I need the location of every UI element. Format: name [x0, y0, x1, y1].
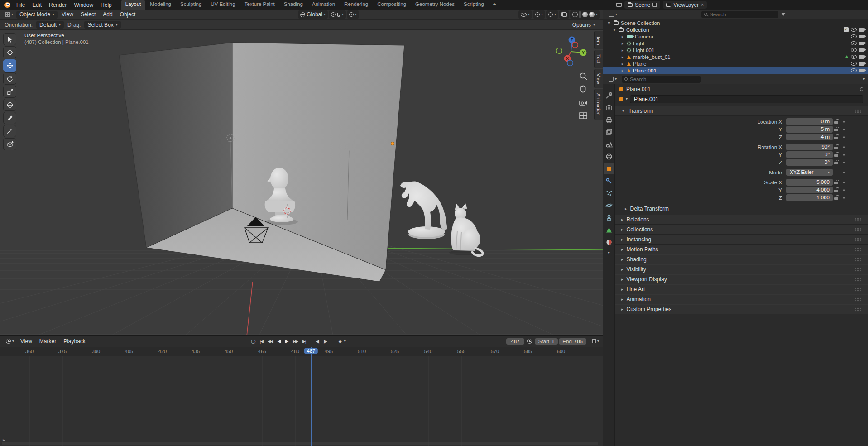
- scene-selector[interactable]: Scene: [624, 1, 660, 9]
- camera-restrict-icon[interactable]: [859, 62, 864, 66]
- menu-help[interactable]: Help: [97, 1, 115, 9]
- gizmo-x-neg-axis[interactable]: [572, 42, 578, 48]
- chevron-down-icon[interactable]: ▾: [608, 251, 609, 255]
- section-shading[interactable]: ▸ Shading: [615, 254, 868, 264]
- tab-object-properties[interactable]: [604, 163, 614, 174]
- tab-physics-properties[interactable]: [604, 200, 614, 211]
- panel-grip-icon[interactable]: [854, 238, 862, 242]
- panel-grip-icon[interactable]: [854, 307, 862, 312]
- menu-edit[interactable]: Edit: [29, 1, 45, 9]
- add-cube-tool[interactable]: [3, 138, 16, 150]
- viewport-menu-view[interactable]: View: [58, 10, 77, 19]
- room-box-object[interactable]: [119, 43, 404, 282]
- tab-view[interactable]: View: [594, 69, 603, 89]
- scale-z-field[interactable]: 1.000: [786, 194, 833, 201]
- solid-shading-button[interactable]: [579, 11, 581, 18]
- use-preview-range-icon[interactable]: [527, 339, 532, 344]
- rotation-x-field[interactable]: 90°: [786, 144, 833, 150]
- viewport-menu-object[interactable]: Object: [117, 10, 139, 19]
- tab-scene-properties[interactable]: [604, 139, 614, 150]
- tab-tool[interactable]: Tool: [594, 50, 603, 68]
- section-animation[interactable]: ▸ Animation: [615, 294, 868, 304]
- section-visibility[interactable]: ▸ Visibility: [615, 264, 868, 274]
- measure-tool[interactable]: [3, 125, 16, 137]
- eye-icon[interactable]: [851, 28, 857, 32]
- panel-grip-icon[interactable]: [854, 218, 862, 222]
- play-reverse-button[interactable]: ◀: [276, 338, 283, 345]
- next-frame-button[interactable]: |▶: [322, 338, 329, 345]
- panel-grip-icon[interactable]: [854, 268, 862, 272]
- snap-controls[interactable]: ▾: [329, 10, 346, 19]
- lock-icon[interactable]: [834, 145, 839, 149]
- camera-restrict-icon[interactable]: [859, 42, 864, 45]
- object-name-field[interactable]: Plane.001: [630, 95, 863, 103]
- timeline-menu-playback[interactable]: Playback: [60, 337, 89, 345]
- frame-start-field[interactable]: Start 1: [535, 338, 558, 345]
- timeline-menu-view[interactable]: View: [17, 337, 35, 345]
- lock-icon[interactable]: [834, 153, 839, 157]
- section-motion-paths[interactable]: ▸ Motion Paths: [615, 245, 868, 254]
- outliner-row-plane-001[interactable]: ▸ Plane.001: [603, 67, 868, 74]
- tab-constraint-properties[interactable]: [604, 212, 614, 223]
- eye-icon[interactable]: [851, 41, 857, 45]
- rotation-z-field[interactable]: 0°: [786, 159, 833, 166]
- panel-grip-icon[interactable]: [854, 109, 862, 113]
- orientation-dropdown[interactable]: Default ▾: [36, 21, 64, 29]
- cat-statue[interactable]: [449, 203, 483, 256]
- section-relations[interactable]: ▸ Relations: [615, 215, 868, 225]
- expand-icon[interactable]: ▸: [620, 62, 625, 66]
- tab-tool-properties[interactable]: [604, 90, 614, 101]
- eye-icon[interactable]: [851, 34, 857, 38]
- location-y-field[interactable]: 5 m: [786, 126, 833, 133]
- rendered-shading-button[interactable]: [589, 12, 595, 17]
- workspace-tab-shading[interactable]: Shading: [279, 0, 307, 10]
- workspace-tab-layout[interactable]: Layout: [121, 0, 146, 10]
- animate-dot-icon[interactable]: [843, 136, 845, 138]
- lock-icon[interactable]: [834, 196, 839, 200]
- outliner-row-scene-collection[interactable]: ▼ Scene Collection: [603, 19, 868, 26]
- timeline-editor-selector[interactable]: ▾: [4, 339, 16, 344]
- camera-restrict-icon[interactable]: [859, 28, 864, 32]
- object-origin-dot[interactable]: [391, 142, 394, 145]
- chevron-down-icon[interactable]: ▾: [626, 97, 628, 101]
- animate-dot-icon[interactable]: [843, 146, 845, 148]
- eye-icon[interactable]: [851, 68, 857, 72]
- lock-icon[interactable]: [834, 188, 839, 192]
- properties-editor-selector[interactable]: ▾: [606, 77, 619, 82]
- animate-dot-icon[interactable]: [843, 121, 845, 123]
- pan-hand-icon[interactable]: [578, 85, 588, 95]
- rotate-tool[interactable]: [3, 72, 16, 85]
- expand-icon[interactable]: ▼: [612, 28, 617, 32]
- workspace-tab-geometry-nodes[interactable]: Geometry Nodes: [411, 0, 459, 10]
- transform-panel-header[interactable]: ▼ Transform: [615, 106, 868, 116]
- lock-icon[interactable]: [834, 180, 839, 184]
- section-line-art[interactable]: ▸ Line Art: [615, 284, 868, 294]
- viewport-menu-add[interactable]: Add: [100, 10, 115, 19]
- menu-file[interactable]: File: [13, 1, 29, 9]
- outliner-row-collection[interactable]: ▼ Collection ✓: [603, 26, 868, 33]
- timeline-ruler[interactable]: 360 375 390 405 420 435 450 465 480 495 …: [0, 347, 603, 356]
- outliner-search-input[interactable]: [710, 12, 776, 17]
- delta-transform-subpanel[interactable]: ▸ Delta Transform: [615, 204, 868, 214]
- magnet-icon[interactable]: [337, 13, 340, 17]
- drag-dropdown[interactable]: Select Box ▾: [84, 21, 120, 29]
- animate-dot-icon[interactable]: [843, 154, 845, 156]
- menu-render[interactable]: Render: [45, 1, 70, 9]
- jump-to-end-button[interactable]: ▶|: [301, 338, 307, 345]
- workspace-tab-rendering[interactable]: Rendering: [340, 0, 373, 10]
- section-collections[interactable]: ▸ Collections: [615, 225, 868, 235]
- current-frame-field[interactable]: 487: [506, 338, 524, 345]
- window-icon[interactable]: [616, 3, 622, 7]
- tab-item[interactable]: Item: [594, 31, 603, 49]
- camera-restrict-icon[interactable]: [859, 69, 864, 72]
- workspace-tab-texture-paint[interactable]: Texture Paint: [240, 0, 279, 10]
- rotation-mode-dropdown[interactable]: XYZ Euler ▾: [786, 169, 833, 176]
- camera-restrict-icon[interactable]: [859, 35, 864, 38]
- cursor-tool[interactable]: [3, 46, 16, 58]
- material-shading-button[interactable]: [582, 12, 588, 17]
- move-tool[interactable]: [3, 59, 16, 72]
- panel-grip-icon[interactable]: [854, 297, 862, 302]
- play-button[interactable]: ▶: [283, 338, 290, 345]
- tab-render-properties[interactable]: [604, 102, 614, 113]
- viewlayer-selector[interactable]: ViewLayer ×: [663, 1, 707, 9]
